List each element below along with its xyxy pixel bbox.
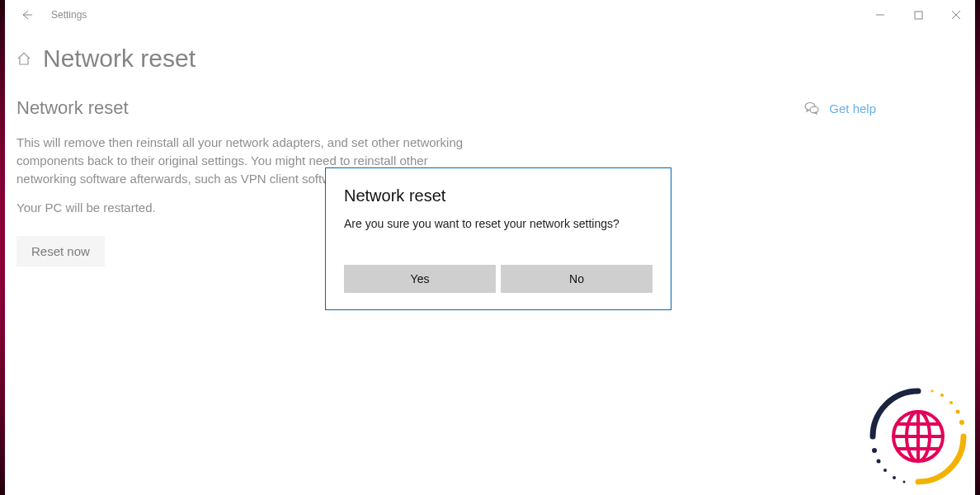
svg-point-5 [949, 401, 953, 404]
svg-point-4 [956, 410, 960, 414]
close-button[interactable] [937, 2, 975, 28]
home-button[interactable] [16, 51, 31, 66]
no-button[interactable]: No [501, 265, 653, 293]
dialog-button-row: Yes No [344, 265, 653, 293]
get-help-label: Get help [829, 101, 876, 116]
page-title: Network reset [43, 45, 196, 73]
confirmation-dialog: Network reset Are you sure you want to r… [325, 167, 671, 310]
reset-now-button[interactable]: Reset now [16, 236, 105, 266]
breadcrumb: Network reset [16, 45, 967, 73]
svg-point-6 [940, 394, 944, 397]
back-button[interactable] [13, 2, 40, 28]
svg-point-9 [877, 460, 881, 464]
dialog-title: Network reset [344, 186, 653, 205]
sidebar-column: Get help [804, 97, 967, 116]
dialog-message: Are you sure you want to reset your netw… [344, 217, 653, 230]
svg-point-10 [883, 469, 887, 472]
home-icon [16, 51, 31, 66]
globe-logo [865, 383, 972, 490]
section-heading: Network reset [16, 97, 478, 119]
arrow-left-icon [20, 8, 33, 21]
maximize-icon [914, 11, 923, 20]
yes-button[interactable]: Yes [344, 265, 496, 293]
minimize-icon [875, 10, 885, 20]
svg-point-3 [959, 420, 964, 425]
svg-point-7 [931, 390, 934, 393]
get-help-link[interactable]: Get help [804, 101, 876, 116]
app-name: Settings [40, 9, 87, 21]
svg-point-12 [903, 481, 906, 483]
chat-icon [804, 101, 819, 116]
svg-rect-0 [915, 12, 922, 19]
window-controls [861, 2, 975, 28]
titlebar: Settings [5, 0, 975, 30]
close-icon [951, 10, 961, 20]
svg-point-11 [893, 476, 896, 479]
settings-window: Settings Network reset Network res [5, 0, 975, 495]
svg-point-8 [872, 448, 877, 453]
minimize-button[interactable] [861, 2, 899, 28]
maximize-button[interactable] [899, 2, 937, 28]
svg-point-2 [810, 106, 818, 113]
